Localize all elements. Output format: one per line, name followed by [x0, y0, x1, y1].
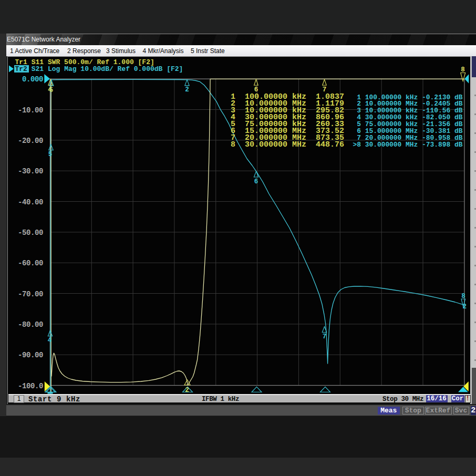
svg-text:7: 7	[323, 333, 327, 340]
svg-text:5: 5	[49, 87, 54, 94]
svg-text:2: 2	[185, 86, 189, 94]
svg-text:2: 2	[185, 387, 189, 394]
svg-text:5: 5	[48, 151, 53, 158]
svg-text:6: 6	[254, 178, 258, 185]
svg-text:8: 8	[461, 66, 465, 74]
svg-text:2: 2	[463, 303, 467, 311]
svg-text:4: 4	[48, 337, 52, 344]
